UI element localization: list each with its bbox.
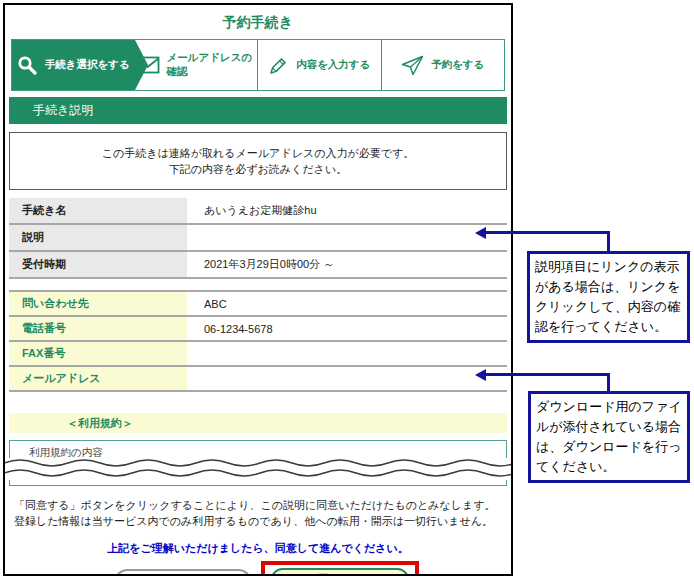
section-heading: 手続き説明	[9, 97, 507, 124]
step-label: メールアドレスの確認	[167, 51, 258, 79]
row-value: ABC	[187, 292, 507, 315]
row-label: 電話番号	[9, 317, 187, 340]
callout-link-arrowhead-icon	[475, 227, 486, 239]
step-label: 内容を入力する	[296, 58, 370, 72]
agreement-text: 「同意する」ボタンをクリックすることにより、この説明に同意いただけたものとみなし…	[14, 497, 507, 529]
callout-link-connector-line	[607, 231, 610, 251]
agree-button-highlight: 同意する >	[261, 561, 419, 576]
terms-of-use-heading: ＜利用規約＞	[9, 413, 507, 433]
step-enter-details: 内容を入力する	[257, 40, 381, 90]
row-value	[187, 342, 507, 365]
agreement-line-2: 登録した情報は当サービス内でのみ利用するものであり、他への転用・開示は一切行いま…	[14, 513, 507, 529]
progress-stepper: 手続き選択をする メールアドレスの確認 内容を入力する	[11, 39, 505, 91]
callout-download-note: ダウンロード用のファイ ルが添付されている場合 は、ダウンロードを行っ てくださ…	[528, 391, 690, 483]
step-select-procedure: 手続き選択をする	[12, 40, 135, 90]
row-label: 手続き名	[9, 198, 187, 223]
callout-download-arrowhead-icon	[475, 369, 486, 381]
page-title: 予約手続き	[5, 14, 511, 32]
terms-content-box: 利用規約の内容	[9, 440, 507, 486]
table-row-email: メールアドレス	[9, 367, 507, 392]
step-confirm-email: メールアドレスの確認	[135, 40, 258, 90]
pencil-icon	[268, 55, 289, 76]
callout-download-connector-line	[607, 373, 610, 391]
button-row: < 時間選択へ戻る 同意する >	[5, 560, 511, 576]
table-row-description: 説明	[9, 225, 507, 252]
step-label: 手続き選択をする	[45, 58, 130, 72]
torn-paper-divider	[4, 458, 513, 480]
step-make-reservation: 予約をする	[381, 40, 505, 90]
table-row-procedure-name: 手続き名 あいうえお定期健診hu	[9, 198, 507, 225]
row-label: メールアドレス	[9, 367, 187, 390]
paper-plane-icon	[401, 55, 424, 76]
agree-button[interactable]: 同意する >	[271, 568, 409, 577]
chevron-right-icon: >	[390, 573, 396, 576]
agreement-line-1: 「同意する」ボタンをクリックすることにより、この説明に同意いただけたものとみなし…	[14, 497, 507, 513]
proceed-note: 上記をご理解いただけましたら、同意して進んでください。	[5, 541, 511, 556]
contact-details-table: 問い合わせ先 ABC 電話番号 06-1234-5678 FAX番号 メールアド…	[9, 290, 507, 392]
notice-box: この手続きは連絡が取れるメールアドレスの入力が必要です。 下記の内容を必ずお読み…	[9, 132, 507, 190]
row-label: FAX番号	[9, 342, 187, 365]
notice-line-2: 下記の内容を必ずお読みください。	[10, 161, 506, 177]
back-button-label: 時間選択へ戻る	[144, 574, 222, 577]
callout-link-note: 説明項目にリンクの表示 がある場合は、リンクを クリックして、内容の確 認を行っ…	[527, 251, 690, 343]
row-value	[187, 225, 507, 250]
chevron-left-icon: <	[129, 575, 135, 576]
back-to-time-selection-button[interactable]: < 時間選択へ戻る	[115, 569, 251, 576]
procedure-details-table: 手続き名 あいうえお定期健診hu 説明 受付時期 2021年3月29日0時00分…	[9, 198, 507, 279]
notice-line-1: この手続きは連絡が取れるメールアドレスの入力が必要です。	[10, 145, 506, 161]
reservation-panel: 予約手続き 手続き選択をする メールアドレスの確認	[3, 3, 513, 576]
row-value: 06-1234-5678	[187, 317, 507, 340]
row-label: 説明	[9, 225, 187, 250]
row-value: 2021年3月29日0時00分 ～	[187, 252, 507, 277]
table-row-fax: FAX番号	[9, 342, 507, 367]
row-label: 受付時期	[9, 252, 187, 277]
callout-link-connector-line	[486, 231, 610, 234]
callout-download-connector-line	[486, 373, 610, 376]
step-label: 予約をする	[431, 58, 484, 72]
magnifier-icon	[17, 55, 38, 76]
agree-button-label: 同意する	[318, 572, 363, 577]
table-row-phone: 電話番号 06-1234-5678	[9, 317, 507, 342]
row-value: あいうえお定期健診hu	[187, 198, 507, 223]
row-value	[187, 367, 507, 390]
table-row-acceptance-period: 受付時期 2021年3月29日0時00分 ～	[9, 252, 507, 279]
table-row-inquiries: 問い合わせ先 ABC	[9, 292, 507, 317]
row-label: 問い合わせ先	[9, 292, 187, 315]
